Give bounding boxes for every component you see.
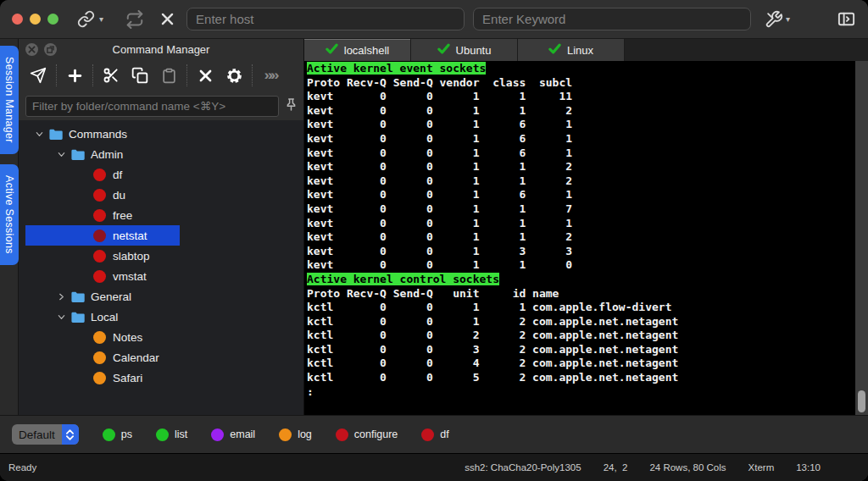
- sidebar-tab-label: Active Sessions: [3, 175, 15, 254]
- terminal-output: Active kernel event socketsProto Recv-Q …: [304, 61, 868, 399]
- minimize-window-button[interactable]: [30, 14, 41, 25]
- tree-item-label: slabtop: [113, 250, 150, 263]
- tree-item-admin[interactable]: Admin: [19, 144, 303, 164]
- filter-input[interactable]: [25, 96, 279, 117]
- tree-item-safari[interactable]: Safari: [19, 368, 303, 388]
- delete-command-icon[interactable]: [191, 63, 220, 88]
- traffic-lights: [12, 14, 58, 25]
- side-tab-strip: Session ManagerActive Sessions: [0, 39, 19, 415]
- command-color-dot-icon: [156, 428, 169, 441]
- tools-icon[interactable]: [765, 10, 783, 29]
- tree-item-calendar[interactable]: Calendar: [19, 347, 303, 368]
- panel-float-icon[interactable]: [44, 43, 57, 56]
- tree-item-notes[interactable]: Notes: [19, 327, 303, 347]
- tree-chevron-icon[interactable]: [53, 292, 70, 301]
- command-button-label: email: [230, 428, 255, 440]
- terminal-line: kctl 0 0 3 2 com.apple.net.netagent: [307, 343, 868, 357]
- sidebar-tab-active-sessions[interactable]: Active Sessions: [0, 164, 19, 265]
- disconnect-icon[interactable]: [159, 11, 175, 27]
- terminal-line: kevt 0 0 1 6 1: [307, 147, 868, 161]
- mapped-command-button-df[interactable]: df: [421, 428, 448, 441]
- status-cursor-position: 24, 2: [604, 462, 628, 473]
- terminal-line: kevt 0 0 1 1 2: [307, 160, 868, 174]
- command-manager-header: Command Manager: [19, 39, 303, 59]
- command-dot-icon: [92, 228, 107, 243]
- pin-icon[interactable]: [286, 98, 297, 114]
- tree-item-free[interactable]: free: [19, 205, 303, 225]
- terminal-line: kevt 0 0 1 1 0: [307, 258, 868, 273]
- panel-toggle-icon[interactable]: [837, 9, 856, 29]
- terminal-line: kevt 0 0 1 6 1: [307, 118, 868, 132]
- toolbar-overflow-icon[interactable]: »»: [256, 64, 285, 87]
- command-color-dot-icon: [211, 428, 224, 441]
- tree-item-label: vmstat: [113, 270, 147, 283]
- mapped-command-button-list[interactable]: list: [156, 428, 187, 441]
- copy-icon[interactable]: [125, 63, 154, 88]
- tree-item-slabtop[interactable]: slabtop: [19, 246, 303, 266]
- terminal-line: kevt 0 0 1 1 2: [307, 230, 868, 245]
- tree-chevron-icon[interactable]: [53, 312, 70, 322]
- tree-item-label: General: [91, 290, 131, 303]
- mapped-command-button-ps[interactable]: ps: [103, 428, 132, 441]
- settings-gear-icon[interactable]: [220, 63, 248, 88]
- dropdown-arrows-icon: [62, 424, 79, 445]
- terminal-line: kctl 0 0 1 1 com.apple.flow-divert: [307, 301, 868, 315]
- paste-icon[interactable]: [154, 63, 183, 88]
- command-manager-panel: Command Manager: [19, 39, 304, 415]
- mapped-command-button-email[interactable]: email: [211, 428, 255, 441]
- terminal-line: kevt 0 0 1 1 7: [307, 202, 868, 217]
- session-tab-localshell[interactable]: localshell: [304, 39, 411, 61]
- reconnect-icon[interactable]: [125, 10, 144, 29]
- command-dot-icon: [92, 329, 107, 345]
- send-command-icon[interactable]: [24, 63, 53, 88]
- tree-item-local[interactable]: Local: [19, 307, 303, 327]
- sidebar-tab-label: Session Manager: [3, 57, 15, 143]
- terminal-line: kevt 0 0 1 1 2: [307, 174, 868, 189]
- tree-chevron-icon[interactable]: [53, 150, 70, 159]
- terminal-line: kctl 0 0 2 2 com.apple.net.netagent: [307, 329, 868, 343]
- tree-chevron-icon[interactable]: [31, 130, 47, 139]
- tab-label: Linux: [567, 44, 593, 57]
- session-tab-ubuntu[interactable]: Ubuntu: [411, 39, 518, 61]
- statusbar: Ready ssh2: ChaCha20-Poly1305 24, 2 24 R…: [0, 453, 868, 481]
- tools-chevron-down-icon[interactable]: ▾: [786, 14, 790, 24]
- tree-item-commands[interactable]: Commands: [19, 124, 303, 144]
- tab-connected-check-icon: [437, 43, 450, 57]
- session-tab-linux[interactable]: Linux: [518, 39, 625, 61]
- tree-item-label: Admin: [91, 148, 123, 161]
- terminal-line: Proto Recv-Q Send-Q unit id name: [307, 287, 868, 301]
- terminal-scrollbar-thumb[interactable]: [858, 390, 865, 412]
- status-ready: Ready: [8, 462, 465, 473]
- terminal-line: Active kernel control sockets: [307, 273, 868, 287]
- profile-dropdown[interactable]: Default: [12, 424, 79, 445]
- folder-icon: [70, 289, 85, 304]
- sidebar-tab-session-manager[interactable]: Session Manager: [0, 46, 19, 154]
- tree-item-label: df: [113, 169, 122, 181]
- mapped-command-button-log[interactable]: log: [279, 428, 312, 441]
- add-command-icon[interactable]: [60, 63, 89, 88]
- panel-close-icon[interactable]: [25, 43, 38, 56]
- tree-item-df[interactable]: df: [19, 164, 303, 185]
- command-button-label: configure: [354, 428, 398, 440]
- status-time: 13:10: [796, 462, 821, 473]
- connect-chevron-down-icon[interactable]: ▾: [99, 14, 103, 24]
- terminal-scrollbar[interactable]: [855, 61, 868, 415]
- host-input[interactable]: [186, 8, 465, 30]
- tree-item-du[interactable]: du: [19, 185, 303, 205]
- terminal-line: kevt 0 0 1 6 1: [307, 188, 868, 202]
- tree-item-vmstat[interactable]: vmstat: [19, 266, 303, 286]
- profile-dropdown-value: Default: [12, 428, 62, 441]
- connect-link-icon[interactable]: [77, 10, 95, 28]
- terminal-screen[interactable]: Active kernel event socketsProto Recv-Q …: [304, 61, 868, 415]
- command-dot-icon: [92, 187, 107, 202]
- tree-item-general[interactable]: General: [19, 286, 303, 307]
- close-window-button[interactable]: [12, 14, 23, 25]
- filter-row: [19, 91, 303, 120]
- tree-item-label: du: [113, 189, 125, 202]
- mapped-command-button-configure[interactable]: configure: [336, 428, 398, 441]
- terminal-line: :: [307, 385, 868, 400]
- cut-icon[interactable]: [97, 63, 125, 88]
- tree-item-netstat[interactable]: netstat: [19, 225, 303, 246]
- keyword-input[interactable]: [473, 8, 751, 30]
- zoom-window-button[interactable]: [47, 14, 58, 25]
